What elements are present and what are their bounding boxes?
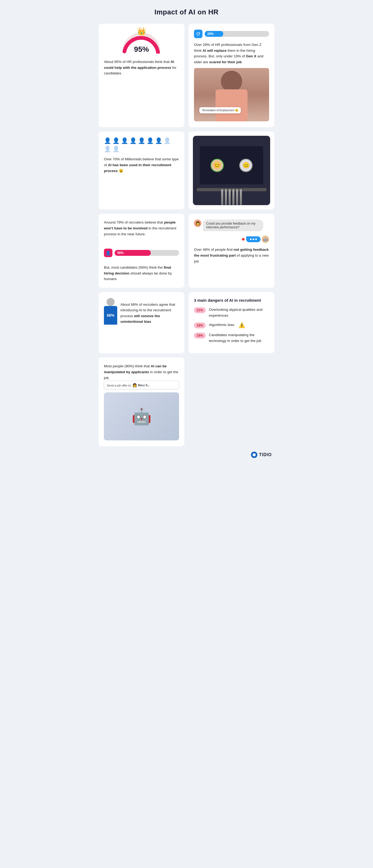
person-icon-2: 👤 xyxy=(112,137,120,144)
chat-row-user: 👩 Could you provide feedback on my inter… xyxy=(194,220,269,234)
refresh-icon xyxy=(194,30,202,38)
bias-text-container: About 68% of recruiters agree that intro… xyxy=(121,302,179,324)
danger-badge-18: 18% xyxy=(194,322,206,329)
danger-item-2: 18% Algorithmic bias ⚠️ xyxy=(194,322,269,329)
person-icon-7: 👤 xyxy=(155,137,162,144)
card-29-text: Over 29% of HR professionals from Gen Z … xyxy=(194,42,269,65)
danger-text-2: Algorithmic bias xyxy=(209,322,234,328)
progress-bar-inner-29: 29% xyxy=(205,31,223,37)
face-circle-approved: 😊 xyxy=(210,159,224,172)
person-icon-1: 👤 xyxy=(104,137,111,144)
page-container: Impact of AI on HR 👑 95% xyxy=(93,0,280,469)
danger-text-1: Overlooking atypical qualities and exper… xyxy=(209,307,269,318)
tidio-logo-icon xyxy=(251,452,258,458)
svg-point-0 xyxy=(252,453,256,456)
chat-dots-bubble xyxy=(246,236,261,242)
dangers-title: 3 main dangers of AI in recruitment xyxy=(194,298,269,303)
progress-bar-inner-56: 56% xyxy=(114,250,151,256)
termination-card: Termination of Employment 😟 xyxy=(199,107,241,113)
job-offer-bubble: Send a job offer to: 👩 Mary S... xyxy=(104,381,179,389)
laptop-screen: 😊 😐 xyxy=(200,146,263,184)
arm-4 xyxy=(232,189,234,205)
face-circle-neutral: 😐 xyxy=(239,159,252,172)
danger-badge-21: 21% xyxy=(194,307,206,313)
card-68-text: About 68% of recruiters agree that intro… xyxy=(121,302,179,324)
card-70-millennials: 👤 👤 👤 👤 👤 👤 👤 👤 👤 👤 Over 70% of Millenni… xyxy=(99,131,184,209)
card-68-bias: 68% About 68% of recruiters agree that i… xyxy=(99,292,184,353)
woman-termination-image: Termination of Employment 😟 xyxy=(194,68,269,121)
card-laptop: 😊 😐 xyxy=(189,131,274,209)
danger-text-3: Candidates manipulating the technology i… xyxy=(209,332,269,344)
danger-item-3: 16% Candidates manipulating the technolo… xyxy=(194,332,269,344)
warning-icon: ⚠️ xyxy=(238,322,245,329)
recording-dot xyxy=(242,238,245,241)
person-icon-4: 👤 xyxy=(130,137,137,144)
person-icon-8: 👤 xyxy=(164,137,171,144)
gauge-value: 95% xyxy=(134,45,149,54)
person-icon-5: 👤 xyxy=(138,137,145,144)
person-icon-10: 👤 xyxy=(112,146,120,153)
person-icon-9: 👤 xyxy=(104,146,111,153)
robot-image: 🤖 xyxy=(104,393,179,440)
page-title: Impact of AI on HR xyxy=(99,8,274,16)
dot-3 xyxy=(255,239,257,240)
progress-bar-row-29: 29% xyxy=(194,30,269,38)
main-grid: 👑 95% About 95% of HR professionals thin… xyxy=(99,24,274,446)
laptop-visual: 😊 😐 xyxy=(193,136,270,205)
bot-avatar: 🤖 xyxy=(262,236,269,243)
progress-bar-outer-56: 56% xyxy=(114,250,179,256)
chat-row-bot: 🤖 xyxy=(194,236,269,243)
arm-5 xyxy=(236,189,238,205)
danger-item-1: 21% Overlooking atypical qualities and e… xyxy=(194,307,269,318)
card-29-percent: 29% Over 29% of HR professionals from Ge… xyxy=(189,24,274,127)
card-3-dangers: 3 main dangers of AI in recruitment 21% … xyxy=(189,292,274,353)
arm-2 xyxy=(225,189,227,205)
silhouette-head xyxy=(107,298,114,306)
person-emoji-icon: 👤 xyxy=(104,249,112,257)
card-70-text: Over 70% of Millennials believe that som… xyxy=(104,156,179,174)
people-icons-row: 👤 👤 👤 👤 👤 👤 👤 👤 👤 👤 xyxy=(104,137,179,153)
bias-figure: 68% xyxy=(104,298,117,324)
arm-1 xyxy=(221,189,223,205)
card-ai-manipulation: Most people (90%) think that AI can be m… xyxy=(99,358,184,446)
dot-2 xyxy=(252,239,254,240)
card-48-text: Over 48% of people find not getting feed… xyxy=(194,247,269,264)
progress-bar-row-56: 👤 56% xyxy=(104,249,179,257)
robot-arms xyxy=(221,189,242,205)
bias-visual-row: 68% About 68% of recruiters agree that i… xyxy=(104,298,179,324)
gauge-container: 👑 95% xyxy=(104,30,179,55)
arm-3 xyxy=(229,189,231,205)
percent-badge-68: 68% xyxy=(105,312,116,318)
chat-container: 👩 Could you provide feedback on my inter… xyxy=(194,220,269,243)
gauge-wrap: 👑 95% xyxy=(120,30,163,54)
silhouette-body: 68% xyxy=(104,306,117,324)
tidio-brand-name: TIDIO xyxy=(259,453,272,457)
card-chat-feedback: 👩 Could you provide feedback on my inter… xyxy=(189,214,274,288)
dot-1 xyxy=(250,239,251,240)
progress-bar-outer-29: 29% xyxy=(205,31,269,37)
card-95-text: About 95% of HR professionals think that… xyxy=(104,59,179,76)
card-79-56: Around 79% of recruiters believe that pe… xyxy=(99,214,184,288)
card-90-text: Most people (90%) think that AI can be m… xyxy=(104,363,179,381)
arm-6 xyxy=(240,189,242,205)
chat-bubble: Could you provide feedback on my intervi… xyxy=(203,220,263,231)
card-56-text: But, most candidates (56%) think the fin… xyxy=(104,265,179,282)
tidio-footer: TIDIO xyxy=(99,452,274,458)
card-79-text: Around 79% of recruiters believe that pe… xyxy=(104,220,179,237)
danger-badge-16: 16% xyxy=(194,333,206,339)
person-icon-6: 👤 xyxy=(146,137,154,144)
user-avatar: 👩 xyxy=(194,220,201,227)
crown-emoji: 👑 xyxy=(137,27,146,36)
card-95-percent: 👑 95% About 95% of HR professionals thin… xyxy=(99,24,184,127)
person-icon-3: 👤 xyxy=(121,137,128,144)
